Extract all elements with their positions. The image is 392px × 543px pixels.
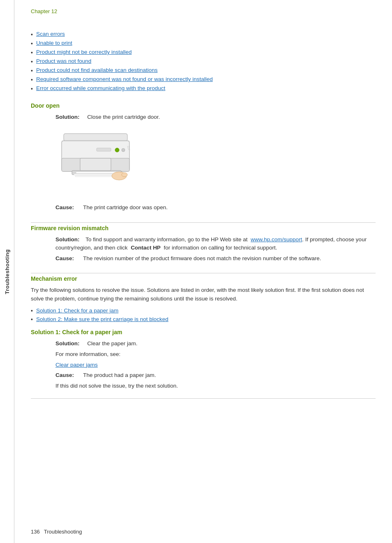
solution1-label: Solution: <box>55 340 79 347</box>
firmware-cause-line: Cause: The revision number of the produc… <box>55 254 376 263</box>
printer-image <box>55 127 138 197</box>
cause-line: Cause: The print cartridge door was open… <box>55 203 376 212</box>
clear-paper-link-line: Clear paper jams <box>55 361 376 368</box>
solution1-if-text: If this did not solve the issue, try the… <box>55 383 178 389</box>
product-not-installed-link[interactable]: Product might not be correctly installed <box>36 49 132 55</box>
scan-errors-link[interactable]: Scan errors <box>36 31 65 37</box>
solution1-cause-label: Cause: <box>55 372 74 378</box>
solution1-heading: Solution 1: Check for a paper jam <box>31 329 376 335</box>
firmware-cause-label: Cause: <box>55 255 74 261</box>
for-more-line: For more information, see: <box>55 350 376 358</box>
for-more-text: For more information, see: <box>55 351 120 357</box>
list-item: Error occurred while communicating with … <box>31 85 376 92</box>
firmware-solution-text-prefix: To find support and warranty information… <box>85 236 247 243</box>
sidebar-label: Troubleshooting <box>4 249 10 294</box>
solution-text: Close the print cartridge door. <box>87 114 160 120</box>
hp-support-link[interactable]: www.hp.com/support <box>251 236 302 243</box>
svg-point-8 <box>122 173 127 177</box>
main-content: Chapter 12 Scan errors Unable to print P… <box>14 0 392 543</box>
list-item: Product might not be correctly installed <box>31 49 376 56</box>
solution1-text: Clear the paper jam. <box>87 340 137 347</box>
sidebar: Troubleshooting <box>0 0 14 543</box>
door-open-cause: Cause: The print cartridge door was open… <box>55 203 376 212</box>
firmware-cause-text: The revision number of the product firmw… <box>83 255 321 261</box>
solution1-cause-text: The product had a paper jam. <box>83 372 156 378</box>
unable-to-print-link[interactable]: Unable to print <box>36 40 72 46</box>
contact-hp-label: Contact HP <box>131 245 161 251</box>
solution1-link[interactable]: Solution 1: Check for a paper jam <box>36 307 118 314</box>
svg-rect-4 <box>76 172 117 173</box>
firmware-section: Firmware revision mismatch Solution: To … <box>31 225 376 274</box>
firmware-solution-end: for information on calling for technical… <box>164 245 277 251</box>
solution2-link[interactable]: Solution 2: Make sure the print carriage… <box>36 316 168 322</box>
svg-rect-11 <box>97 148 111 151</box>
solution1-section: Solution 1: Check for a paper jam Soluti… <box>31 329 376 390</box>
clear-paper-jams-link[interactable]: Clear paper jams <box>55 362 98 368</box>
bottom-divider <box>31 398 376 399</box>
list-item: Unable to print <box>31 40 376 47</box>
list-item: Required software component was not foun… <box>31 76 376 83</box>
required-software-link[interactable]: Required software component was not foun… <box>36 76 213 82</box>
firmware-solution-label: Solution: <box>55 236 79 243</box>
svg-rect-0 <box>64 134 127 141</box>
cause-label: Cause: <box>55 204 74 210</box>
printer-svg <box>55 127 138 197</box>
page-number: 136 <box>31 529 40 535</box>
door-open-solution: Solution: Close the print cartridge door… <box>55 113 376 121</box>
solution1-if-line: If this did not solve the issue, try the… <box>55 382 376 390</box>
list-item: Product was not found <box>31 58 376 65</box>
svg-point-10 <box>122 148 125 152</box>
mechanism-sub-list: Solution 1: Check for a paper jam Soluti… <box>31 307 376 323</box>
list-item: Solution 2: Make sure the print carriage… <box>31 316 376 323</box>
door-open-section: Door open Solution: Close the print cart… <box>31 102 376 223</box>
list-item: Scan errors <box>31 31 376 38</box>
solution1-line: Solution: Clear the paper jam. <box>55 340 376 348</box>
mechanism-section: Mechanism error Try the following soluti… <box>31 275 376 412</box>
page-footer: 136 Troubleshooting <box>31 529 82 535</box>
solution1-cause-line: Cause: The product had a paper jam. <box>55 371 376 379</box>
content-body: Scan errors Unable to print Product migh… <box>31 31 376 412</box>
list-item: Product could not find available scan de… <box>31 67 376 74</box>
product-not-found-link[interactable]: Product was not found <box>36 58 91 64</box>
svg-rect-13 <box>80 158 111 171</box>
mechanism-body: Try the following solutions to resolve t… <box>31 286 376 303</box>
nav-list: Scan errors Unable to print Product migh… <box>31 31 376 92</box>
error-communicating-link[interactable]: Error occurred while communicating with … <box>36 85 165 91</box>
scan-destinations-link[interactable]: Product could not find available scan de… <box>36 67 158 73</box>
firmware-solution: Solution: To find support and warranty i… <box>55 236 376 263</box>
firmware-solution-line: Solution: To find support and warranty i… <box>55 236 376 252</box>
chapter-header: Chapter 12 <box>31 8 57 14</box>
page-container: Troubleshooting Chapter 12 Scan errors U… <box>0 0 392 543</box>
svg-point-9 <box>115 148 119 152</box>
mechanism-heading: Mechanism error <box>31 275 376 282</box>
firmware-heading: Firmware revision mismatch <box>31 225 376 231</box>
cause-text: The print cartridge door was open. <box>83 204 168 210</box>
list-item: Solution 1: Check for a paper jam <box>31 307 376 314</box>
door-open-heading: Door open <box>31 102 376 109</box>
solution1-body: Solution: Clear the paper jam. For more … <box>55 340 376 390</box>
solution-label: Solution: <box>55 114 79 120</box>
solution-line: Solution: Close the print cartridge door… <box>55 113 376 121</box>
footer-section-label: Troubleshooting <box>44 529 82 535</box>
